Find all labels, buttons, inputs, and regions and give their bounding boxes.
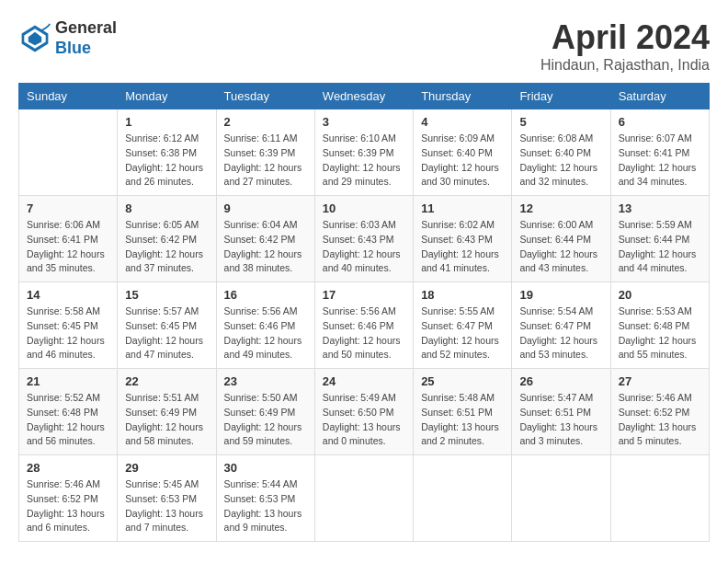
- day-number: 5: [519, 115, 602, 129]
- day-info: Sunrise: 6:07 AMSunset: 6:41 PMDaylight:…: [619, 132, 701, 190]
- logo: General Blue: [18, 18, 117, 58]
- calendar-header-row: SundayMondayTuesdayWednesdayThursdayFrid…: [19, 84, 710, 109]
- calendar-cell: 10Sunrise: 6:03 AMSunset: 6:43 PMDayligh…: [314, 196, 413, 282]
- calendar-week-row: 21Sunrise: 5:52 AMSunset: 6:48 PMDayligh…: [19, 369, 710, 455]
- calendar-cell: 5Sunrise: 6:08 AMSunset: 6:40 PMDaylight…: [512, 109, 610, 196]
- day-number: 12: [519, 201, 602, 215]
- day-info: Sunrise: 5:48 AMSunset: 6:51 PMDaylight:…: [421, 391, 504, 449]
- calendar-cell: 28Sunrise: 5:46 AMSunset: 6:52 PMDayligh…: [19, 455, 118, 542]
- calendar-cell: 9Sunrise: 6:04 AMSunset: 6:42 PMDaylight…: [216, 196, 314, 282]
- logo-general-text: General: [55, 18, 117, 37]
- day-info: Sunrise: 5:55 AMSunset: 6:47 PMDaylight:…: [421, 304, 504, 362]
- day-number: 26: [519, 374, 602, 388]
- calendar-cell: 18Sunrise: 5:55 AMSunset: 6:47 PMDayligh…: [414, 282, 512, 369]
- day-info: Sunrise: 6:02 AMSunset: 6:43 PMDaylight:…: [421, 218, 504, 276]
- header-tuesday: Tuesday: [216, 84, 314, 109]
- day-info: Sunrise: 6:04 AMSunset: 6:42 PMDaylight:…: [224, 218, 307, 276]
- day-number: 1: [125, 115, 208, 129]
- day-number: 25: [421, 374, 504, 388]
- day-info: Sunrise: 5:46 AMSunset: 6:52 PMDaylight:…: [619, 391, 701, 449]
- calendar-cell: [314, 455, 413, 542]
- day-number: 28: [27, 461, 109, 475]
- day-info: Sunrise: 5:57 AMSunset: 6:45 PMDaylight:…: [125, 304, 208, 362]
- logo-icon: [18, 22, 51, 55]
- day-number: 17: [323, 288, 405, 302]
- day-info: Sunrise: 6:10 AMSunset: 6:39 PMDaylight:…: [323, 132, 405, 190]
- calendar-table: SundayMondayTuesdayWednesdayThursdayFrid…: [18, 83, 710, 542]
- header-thursday: Thursday: [414, 84, 512, 109]
- calendar-cell: 1Sunrise: 6:12 AMSunset: 6:38 PMDaylight…: [118, 109, 216, 196]
- day-number: 19: [519, 288, 602, 302]
- day-number: 2: [224, 115, 307, 129]
- calendar-cell: 21Sunrise: 5:52 AMSunset: 6:48 PMDayligh…: [19, 369, 118, 455]
- month-title: April 2024: [540, 18, 710, 57]
- day-number: 20: [619, 288, 701, 302]
- day-info: Sunrise: 5:56 AMSunset: 6:46 PMDaylight:…: [224, 304, 307, 362]
- day-number: 14: [27, 288, 109, 302]
- page-header: General Blue April 2024 Hindaun, Rajasth…: [18, 18, 710, 74]
- day-number: 10: [323, 201, 405, 215]
- calendar-cell: 17Sunrise: 5:56 AMSunset: 6:46 PMDayligh…: [314, 282, 413, 369]
- day-number: 30: [224, 461, 307, 475]
- logo-text: General Blue: [55, 18, 117, 58]
- calendar-week-row: 1Sunrise: 6:12 AMSunset: 6:38 PMDaylight…: [19, 109, 710, 196]
- day-info: Sunrise: 6:11 AMSunset: 6:39 PMDaylight:…: [224, 132, 307, 190]
- calendar-cell: 23Sunrise: 5:50 AMSunset: 6:49 PMDayligh…: [216, 369, 314, 455]
- day-number: 18: [421, 288, 504, 302]
- logo-blue-text: Blue: [55, 39, 91, 57]
- day-info: Sunrise: 6:12 AMSunset: 6:38 PMDaylight:…: [125, 132, 208, 190]
- calendar-cell: 2Sunrise: 6:11 AMSunset: 6:39 PMDaylight…: [216, 109, 314, 196]
- calendar-cell: 4Sunrise: 6:09 AMSunset: 6:40 PMDaylight…: [414, 109, 512, 196]
- calendar-cell: 13Sunrise: 5:59 AMSunset: 6:44 PMDayligh…: [610, 196, 709, 282]
- header-monday: Monday: [118, 84, 216, 109]
- day-info: Sunrise: 6:00 AMSunset: 6:44 PMDaylight:…: [519, 218, 602, 276]
- day-info: Sunrise: 5:53 AMSunset: 6:48 PMDaylight:…: [619, 304, 701, 362]
- day-info: Sunrise: 6:06 AMSunset: 6:41 PMDaylight:…: [27, 218, 109, 276]
- calendar-cell: 26Sunrise: 5:47 AMSunset: 6:51 PMDayligh…: [512, 369, 610, 455]
- day-number: 13: [619, 201, 701, 215]
- header-friday: Friday: [512, 84, 610, 109]
- day-info: Sunrise: 6:08 AMSunset: 6:40 PMDaylight:…: [519, 132, 602, 190]
- calendar-cell: [610, 455, 709, 542]
- day-number: 15: [125, 288, 208, 302]
- calendar-cell: 12Sunrise: 6:00 AMSunset: 6:44 PMDayligh…: [512, 196, 610, 282]
- calendar-cell: 29Sunrise: 5:45 AMSunset: 6:53 PMDayligh…: [118, 455, 216, 542]
- day-info: Sunrise: 6:05 AMSunset: 6:42 PMDaylight:…: [125, 218, 208, 276]
- calendar-cell: 19Sunrise: 5:54 AMSunset: 6:47 PMDayligh…: [512, 282, 610, 369]
- day-info: Sunrise: 5:50 AMSunset: 6:49 PMDaylight:…: [224, 391, 307, 449]
- calendar-cell: 24Sunrise: 5:49 AMSunset: 6:50 PMDayligh…: [314, 369, 413, 455]
- calendar-cell: 30Sunrise: 5:44 AMSunset: 6:53 PMDayligh…: [216, 455, 314, 542]
- day-info: Sunrise: 5:45 AMSunset: 6:53 PMDaylight:…: [125, 477, 208, 535]
- calendar-cell: [19, 109, 118, 196]
- day-number: 8: [125, 201, 208, 215]
- day-number: 21: [27, 374, 109, 388]
- day-info: Sunrise: 5:51 AMSunset: 6:49 PMDaylight:…: [125, 391, 208, 449]
- day-info: Sunrise: 5:52 AMSunset: 6:48 PMDaylight:…: [27, 391, 109, 449]
- calendar-cell: 27Sunrise: 5:46 AMSunset: 6:52 PMDayligh…: [610, 369, 709, 455]
- day-number: 27: [619, 374, 701, 388]
- day-number: 23: [224, 374, 307, 388]
- calendar-week-row: 7Sunrise: 6:06 AMSunset: 6:41 PMDaylight…: [19, 196, 710, 282]
- day-number: 16: [224, 288, 307, 302]
- calendar-cell: 25Sunrise: 5:48 AMSunset: 6:51 PMDayligh…: [414, 369, 512, 455]
- calendar-cell: 15Sunrise: 5:57 AMSunset: 6:45 PMDayligh…: [118, 282, 216, 369]
- day-info: Sunrise: 5:47 AMSunset: 6:51 PMDaylight:…: [519, 391, 602, 449]
- day-info: Sunrise: 5:46 AMSunset: 6:52 PMDaylight:…: [27, 477, 109, 535]
- day-number: 3: [323, 115, 405, 129]
- day-number: 6: [619, 115, 701, 129]
- header-saturday: Saturday: [610, 84, 709, 109]
- header-sunday: Sunday: [19, 84, 118, 109]
- day-number: 7: [27, 201, 109, 215]
- day-number: 11: [421, 201, 504, 215]
- header-wednesday: Wednesday: [314, 84, 413, 109]
- day-number: 29: [125, 461, 208, 475]
- calendar-cell: 16Sunrise: 5:56 AMSunset: 6:46 PMDayligh…: [216, 282, 314, 369]
- day-number: 24: [323, 374, 405, 388]
- calendar-week-row: 28Sunrise: 5:46 AMSunset: 6:52 PMDayligh…: [19, 455, 710, 542]
- calendar-cell: 20Sunrise: 5:53 AMSunset: 6:48 PMDayligh…: [610, 282, 709, 369]
- title-block: April 2024 Hindaun, Rajasthan, India: [540, 18, 710, 74]
- calendar-week-row: 14Sunrise: 5:58 AMSunset: 6:45 PMDayligh…: [19, 282, 710, 369]
- day-number: 22: [125, 374, 208, 388]
- day-info: Sunrise: 6:03 AMSunset: 6:43 PMDaylight:…: [323, 218, 405, 276]
- calendar-cell: 22Sunrise: 5:51 AMSunset: 6:49 PMDayligh…: [118, 369, 216, 455]
